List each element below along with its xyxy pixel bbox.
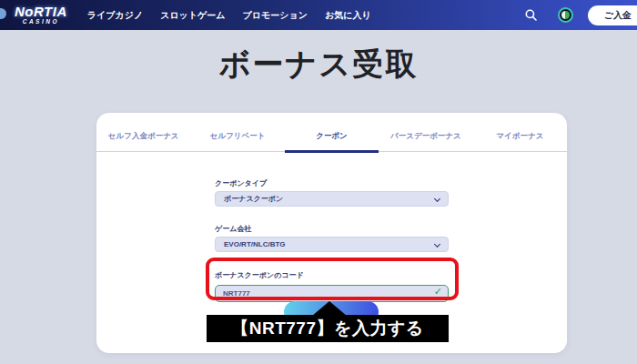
chevron-down-icon bbox=[434, 196, 440, 202]
coupon-type-label: クーポンタイプ bbox=[215, 178, 449, 188]
coupon-type-value: ボーナスクーポン bbox=[224, 194, 283, 204]
instruction-callout: 【NRT777】を入力する bbox=[207, 315, 449, 342]
main-menu: ライブカジノ スロットゲーム プロモーション お気に入り bbox=[87, 9, 371, 22]
coupon-code-wrap: ✓ bbox=[215, 283, 449, 302]
navbar-right-group: ご入金 bbox=[521, 0, 637, 30]
tab-my-bonus[interactable]: マイボーナス bbox=[473, 131, 567, 153]
coin-icon[interactable] bbox=[558, 7, 573, 23]
site-logo[interactable]: NoRTIA CASINO bbox=[15, 5, 67, 25]
menu-item-slot-games[interactable]: スロットゲーム bbox=[160, 9, 225, 22]
menu-item-live-casino[interactable]: ライブカジノ bbox=[87, 9, 143, 22]
tab-birthday-bonus[interactable]: バースデーボーナス bbox=[379, 131, 472, 153]
coupon-code-label: ボーナスクーポンのコード bbox=[215, 270, 449, 280]
logo-subtitle: CASINO bbox=[23, 19, 59, 25]
valid-check-icon: ✓ bbox=[434, 286, 442, 298]
chevron-down-icon bbox=[434, 241, 440, 248]
page-title: ボーナス受取 bbox=[0, 44, 637, 86]
edge-glow-decoration bbox=[0, 8, 6, 19]
deposit-button[interactable]: ご入金 bbox=[588, 5, 637, 25]
bonus-receive-page: NoRTIA CASINO ライブカジノ スロットゲーム プロモーション お気に… bbox=[0, 0, 637, 364]
search-icon[interactable] bbox=[521, 5, 541, 25]
logo-wordmark: NoRTIA bbox=[15, 5, 67, 18]
game-company-select[interactable]: EVO/RT/NLC/BTG bbox=[215, 237, 449, 252]
tab-self-rebate[interactable]: セルフリベート bbox=[190, 131, 284, 153]
callout-arrow-up-icon bbox=[312, 301, 347, 316]
menu-item-favorites[interactable]: お気に入り bbox=[325, 9, 371, 22]
coupon-code-input[interactable] bbox=[215, 285, 449, 302]
coupon-form: クーポンタイプ ボーナスクーポン ゲーム会社 EVO/RT/NLC/BTG ボー… bbox=[215, 178, 449, 302]
tab-self-deposit-bonus[interactable]: セルフ入金ボーナス bbox=[96, 131, 190, 153]
tab-coupon[interactable]: クーポン bbox=[285, 131, 379, 153]
game-company-value: EVO/RT/NLC/BTG bbox=[224, 240, 286, 248]
coin-face bbox=[561, 11, 570, 19]
bonus-tabs: セルフ入金ボーナス セルフリベート クーポン バースデーボーナス マイボーナス bbox=[96, 113, 567, 152]
menu-item-promotions[interactable]: プロモーション bbox=[243, 9, 308, 22]
top-navbar: NoRTIA CASINO ライブカジノ スロットゲーム プロモーション お気に… bbox=[0, 0, 637, 30]
coupon-type-select[interactable]: ボーナスクーポン bbox=[215, 191, 449, 207]
game-company-label: ゲーム会社 bbox=[215, 224, 449, 234]
